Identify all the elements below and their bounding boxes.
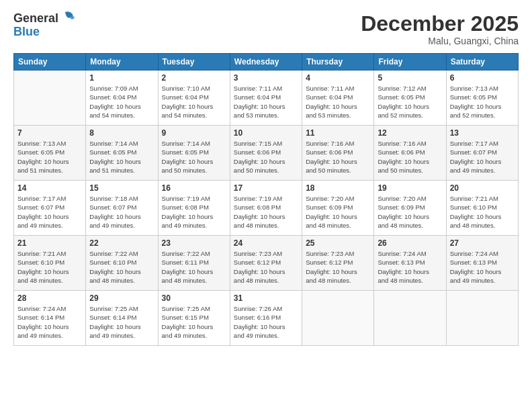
- logo: General Blue: [13, 12, 75, 39]
- table-row: 20Sunrise: 7:21 AMSunset: 6:10 PMDayligh…: [446, 181, 518, 236]
- day-number: 26: [378, 238, 442, 248]
- table-row: 23Sunrise: 7:22 AMSunset: 6:11 PMDayligh…: [158, 236, 230, 291]
- day-number: 5: [378, 73, 442, 83]
- table-row: 26Sunrise: 7:24 AMSunset: 6:13 PMDayligh…: [374, 236, 446, 291]
- col-monday: Monday: [86, 54, 158, 71]
- day-number: 17: [234, 183, 298, 193]
- table-row: 25Sunrise: 7:23 AMSunset: 6:12 PMDayligh…: [302, 236, 374, 291]
- table-row: 19Sunrise: 7:20 AMSunset: 6:09 PMDayligh…: [374, 181, 446, 236]
- day-info: Sunrise: 7:24 AMSunset: 6:13 PMDaylight:…: [450, 249, 515, 285]
- day-number: 1: [89, 73, 154, 83]
- table-row: 24Sunrise: 7:23 AMSunset: 6:12 PMDayligh…: [230, 236, 302, 291]
- table-row: 5Sunrise: 7:12 AMSunset: 6:05 PMDaylight…: [374, 71, 446, 126]
- table-row: 8Sunrise: 7:14 AMSunset: 6:05 PMDaylight…: [86, 126, 158, 181]
- day-info: Sunrise: 7:10 AMSunset: 6:04 PMDaylight:…: [162, 84, 226, 120]
- table-row: [374, 291, 446, 346]
- day-number: 25: [306, 238, 370, 248]
- day-number: 29: [89, 293, 154, 303]
- table-row: 21Sunrise: 7:21 AMSunset: 6:10 PMDayligh…: [14, 236, 86, 291]
- day-info: Sunrise: 7:19 AMSunset: 6:08 PMDaylight:…: [234, 194, 298, 230]
- table-row: 18Sunrise: 7:20 AMSunset: 6:09 PMDayligh…: [302, 181, 374, 236]
- day-number: 4: [306, 73, 370, 83]
- day-info: Sunrise: 7:25 AMSunset: 6:14 PMDaylight:…: [89, 304, 154, 340]
- month-year-title: December 2025: [361, 12, 519, 36]
- calendar-week-row: 21Sunrise: 7:21 AMSunset: 6:10 PMDayligh…: [14, 236, 519, 291]
- table-row: 27Sunrise: 7:24 AMSunset: 6:13 PMDayligh…: [446, 236, 518, 291]
- col-wednesday: Wednesday: [230, 54, 302, 71]
- table-row: 17Sunrise: 7:19 AMSunset: 6:08 PMDayligh…: [230, 181, 302, 236]
- day-info: Sunrise: 7:21 AMSunset: 6:10 PMDaylight:…: [17, 249, 82, 285]
- day-number: 14: [17, 183, 82, 193]
- day-info: Sunrise: 7:14 AMSunset: 6:05 PMDaylight:…: [89, 139, 154, 175]
- day-number: 2: [162, 73, 226, 83]
- table-row: 13Sunrise: 7:17 AMSunset: 6:07 PMDayligh…: [446, 126, 518, 181]
- day-number: 13: [450, 128, 515, 138]
- day-number: 3: [234, 73, 298, 83]
- col-saturday: Saturday: [446, 54, 518, 71]
- day-number: 23: [162, 238, 226, 248]
- table-row: 15Sunrise: 7:18 AMSunset: 6:07 PMDayligh…: [86, 181, 158, 236]
- day-info: Sunrise: 7:25 AMSunset: 6:15 PMDaylight:…: [162, 304, 226, 340]
- logo-blue: Blue: [13, 25, 40, 38]
- day-info: Sunrise: 7:21 AMSunset: 6:10 PMDaylight:…: [450, 194, 515, 230]
- calendar-table: Sunday Monday Tuesday Wednesday Thursday…: [13, 53, 519, 346]
- table-row: 31Sunrise: 7:26 AMSunset: 6:16 PMDayligh…: [230, 291, 302, 346]
- header: General Blue December 2025 Malu, Guangxi…: [13, 12, 519, 46]
- day-number: 16: [162, 183, 226, 193]
- day-number: 24: [234, 238, 298, 248]
- day-info: Sunrise: 7:09 AMSunset: 6:04 PMDaylight:…: [89, 84, 154, 120]
- location-subtitle: Malu, Guangxi, China: [361, 36, 519, 46]
- table-row: 3Sunrise: 7:11 AMSunset: 6:04 PMDaylight…: [230, 71, 302, 126]
- day-number: 15: [89, 183, 154, 193]
- calendar-week-row: 28Sunrise: 7:24 AMSunset: 6:14 PMDayligh…: [14, 291, 519, 346]
- calendar-week-row: 7Sunrise: 7:13 AMSunset: 6:05 PMDaylight…: [14, 126, 519, 181]
- day-info: Sunrise: 7:20 AMSunset: 6:09 PMDaylight:…: [306, 194, 370, 230]
- table-row: 2Sunrise: 7:10 AMSunset: 6:04 PMDaylight…: [158, 71, 230, 126]
- day-info: Sunrise: 7:16 AMSunset: 6:06 PMDaylight:…: [378, 139, 442, 175]
- col-tuesday: Tuesday: [158, 54, 230, 71]
- day-info: Sunrise: 7:20 AMSunset: 6:09 PMDaylight:…: [378, 194, 442, 230]
- day-info: Sunrise: 7:18 AMSunset: 6:07 PMDaylight:…: [89, 194, 154, 230]
- logo-bird-icon: [60, 11, 75, 24]
- table-row: 12Sunrise: 7:16 AMSunset: 6:06 PMDayligh…: [374, 126, 446, 181]
- day-info: Sunrise: 7:15 AMSunset: 6:06 PMDaylight:…: [234, 139, 298, 175]
- day-number: 19: [378, 183, 442, 193]
- day-info: Sunrise: 7:23 AMSunset: 6:12 PMDaylight:…: [306, 249, 370, 285]
- col-friday: Friday: [374, 54, 446, 71]
- day-number: 31: [234, 293, 298, 303]
- table-row: [446, 291, 518, 346]
- day-info: Sunrise: 7:24 AMSunset: 6:13 PMDaylight:…: [378, 249, 442, 285]
- day-number: 18: [306, 183, 370, 193]
- day-info: Sunrise: 7:17 AMSunset: 6:07 PMDaylight:…: [450, 139, 515, 175]
- table-row: 1Sunrise: 7:09 AMSunset: 6:04 PMDaylight…: [86, 71, 158, 126]
- title-block: December 2025 Malu, Guangxi, China: [361, 12, 519, 46]
- day-info: Sunrise: 7:12 AMSunset: 6:05 PMDaylight:…: [378, 84, 442, 120]
- calendar-header-row: Sunday Monday Tuesday Wednesday Thursday…: [14, 54, 519, 71]
- table-row: 16Sunrise: 7:19 AMSunset: 6:08 PMDayligh…: [158, 181, 230, 236]
- day-number: 12: [378, 128, 442, 138]
- day-number: 20: [450, 183, 515, 193]
- day-info: Sunrise: 7:11 AMSunset: 6:04 PMDaylight:…: [234, 84, 298, 120]
- day-number: 10: [234, 128, 298, 138]
- day-number: 22: [89, 238, 154, 248]
- table-row: [302, 291, 374, 346]
- day-number: 30: [162, 293, 226, 303]
- day-info: Sunrise: 7:14 AMSunset: 6:05 PMDaylight:…: [162, 139, 226, 175]
- table-row: 4Sunrise: 7:11 AMSunset: 6:04 PMDaylight…: [302, 71, 374, 126]
- day-number: 9: [162, 128, 226, 138]
- day-number: 11: [306, 128, 370, 138]
- day-number: 21: [17, 238, 82, 248]
- day-info: Sunrise: 7:17 AMSunset: 6:07 PMDaylight:…: [17, 194, 82, 230]
- table-row: 9Sunrise: 7:14 AMSunset: 6:05 PMDaylight…: [158, 126, 230, 181]
- calendar-week-row: 1Sunrise: 7:09 AMSunset: 6:04 PMDaylight…: [14, 71, 519, 126]
- day-info: Sunrise: 7:13 AMSunset: 6:05 PMDaylight:…: [17, 139, 82, 175]
- day-number: 6: [450, 73, 515, 83]
- day-info: Sunrise: 7:22 AMSunset: 6:10 PMDaylight:…: [89, 249, 154, 285]
- day-info: Sunrise: 7:23 AMSunset: 6:12 PMDaylight:…: [234, 249, 298, 285]
- day-info: Sunrise: 7:16 AMSunset: 6:06 PMDaylight:…: [306, 139, 370, 175]
- day-info: Sunrise: 7:11 AMSunset: 6:04 PMDaylight:…: [306, 84, 370, 120]
- day-info: Sunrise: 7:26 AMSunset: 6:16 PMDaylight:…: [234, 304, 298, 340]
- calendar-week-row: 14Sunrise: 7:17 AMSunset: 6:07 PMDayligh…: [14, 181, 519, 236]
- table-row: 6Sunrise: 7:13 AMSunset: 6:05 PMDaylight…: [446, 71, 518, 126]
- table-row: 7Sunrise: 7:13 AMSunset: 6:05 PMDaylight…: [14, 126, 86, 181]
